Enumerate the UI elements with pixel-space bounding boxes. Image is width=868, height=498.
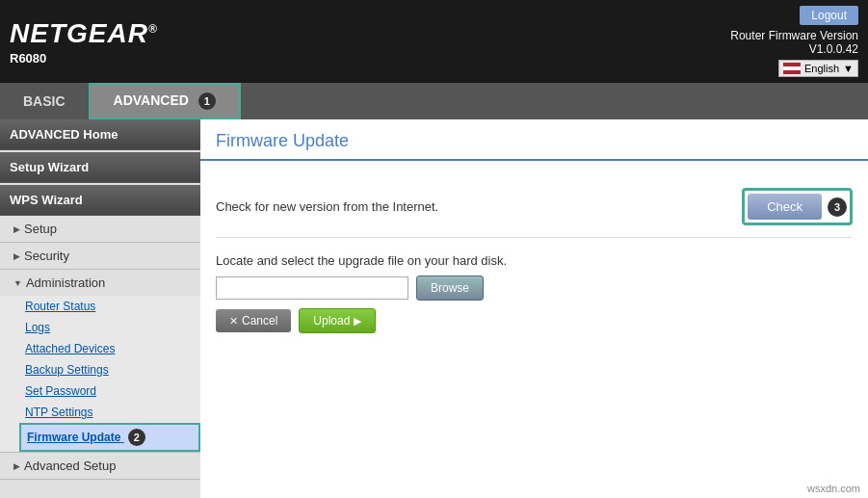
check-button[interactable]: Check xyxy=(748,194,822,220)
sidebar: ADVANCED Home Setup Wizard WPS Wizard ▶ … xyxy=(0,119,200,498)
sidebar-link-set-password[interactable]: Set Password xyxy=(19,380,200,402)
tab-basic[interactable]: BASIC xyxy=(0,83,89,119)
sidebar-wps-wizard[interactable]: WPS Wizard xyxy=(0,185,200,216)
content-header: Firmware Update xyxy=(200,119,868,161)
netgear-logo: NETGEAR® xyxy=(10,18,158,49)
sidebar-section-advanced-setup: ▶ Advanced Setup xyxy=(0,453,200,480)
action-row: ✕ Cancel Upload ▶ xyxy=(216,308,853,333)
circle-label-1: 1 xyxy=(198,92,216,110)
header: NETGEAR® R6080 Logout Router Firmware Ve… xyxy=(0,0,868,83)
sidebar-item-advanced-setup[interactable]: ▶ Advanced Setup xyxy=(0,453,200,479)
upload-label: Locate and select the upgrade file on yo… xyxy=(216,253,853,268)
sidebar-link-firmware-update[interactable]: Firmware Update 2 xyxy=(19,423,200,452)
sidebar-setup-wizard[interactable]: Setup Wizard xyxy=(0,152,200,183)
sidebar-administration-label: Administration xyxy=(26,275,105,290)
check-section: Check for new version from the Internet.… xyxy=(216,176,853,238)
sidebar-item-security[interactable]: ▶ Security xyxy=(0,243,200,269)
upload-button[interactable]: Upload ▶ xyxy=(299,308,376,333)
sidebar-link-ntp-settings[interactable]: NTP Settings xyxy=(19,402,200,423)
sidebar-item-setup[interactable]: ▶ Setup xyxy=(0,216,200,242)
sidebar-link-logs[interactable]: Logs xyxy=(19,317,200,338)
language-selector[interactable]: English ▼ xyxy=(778,60,858,77)
triangle-right-icon-security: ▶ xyxy=(13,251,20,261)
sidebar-advanced-home[interactable]: ADVANCED Home xyxy=(0,119,200,150)
sidebar-item-administration[interactable]: ▼ Administration xyxy=(0,270,200,296)
check-text: Check for new version from the Internet. xyxy=(216,199,438,214)
reg-symbol: ® xyxy=(148,21,158,35)
file-input[interactable] xyxy=(216,276,408,300)
firmware-version: Router Firmware Version V1.0.0.42 xyxy=(730,29,858,56)
browse-button[interactable]: Browse xyxy=(416,275,484,301)
sidebar-section-security: ▶ Security xyxy=(0,243,200,270)
triangle-down-icon-admin: ▼ xyxy=(13,278,22,288)
chevron-down-icon: ▼ xyxy=(843,63,854,74)
nav-tabs: BASIC ADVANCED 1 xyxy=(0,83,868,119)
header-right: Logout Router Firmware Version V1.0.0.42… xyxy=(730,6,858,77)
sidebar-security-label: Security xyxy=(24,249,69,263)
tab-advanced[interactable]: ADVANCED 1 xyxy=(89,83,241,119)
cancel-button[interactable]: ✕ Cancel xyxy=(216,309,291,332)
cancel-label: Cancel xyxy=(242,314,277,328)
triangle-right-icon-advanced: ▶ xyxy=(13,461,20,471)
upload-section: Locate and select the upgrade file on yo… xyxy=(216,238,853,349)
circle-label-2: 2 xyxy=(128,429,145,446)
watermark: wsxdn.com xyxy=(807,483,860,494)
sidebar-setup-label: Setup xyxy=(24,222,57,236)
content-area: Firmware Update Check for new version fr… xyxy=(200,119,868,498)
language-label: English xyxy=(804,63,839,74)
main-layout: ADVANCED Home Setup Wizard WPS Wizard ▶ … xyxy=(0,119,868,498)
upload-label-text: Upload xyxy=(313,314,350,328)
sidebar-section-administration: ▼ Administration Router Status Logs Atta… xyxy=(0,270,200,453)
sidebar-link-router-status[interactable]: Router Status xyxy=(19,296,200,317)
sidebar-advanced-setup-label: Advanced Setup xyxy=(24,459,116,473)
page-title: Firmware Update xyxy=(216,131,349,150)
upload-row: Browse xyxy=(216,275,853,301)
logo-text: NETGEAR xyxy=(10,18,148,48)
model-text: R6080 xyxy=(10,51,158,66)
x-icon: ✕ xyxy=(229,315,238,328)
sidebar-section-setup: ▶ Setup xyxy=(0,216,200,243)
logo-area: NETGEAR® R6080 xyxy=(10,18,158,66)
arrow-right-icon: ▶ xyxy=(354,315,361,328)
check-button-wrapper: Check 3 xyxy=(742,188,853,225)
circle-label-3: 3 xyxy=(828,197,847,217)
sidebar-link-attached-devices[interactable]: Attached Devices xyxy=(19,338,200,359)
flag-icon xyxy=(783,63,801,74)
tab-advanced-label: ADVANCED xyxy=(114,92,189,108)
sidebar-link-backup-settings[interactable]: Backup Settings xyxy=(19,359,200,380)
firmware-version-label: Router Firmware Version xyxy=(730,29,858,42)
content-body: Check for new version from the Internet.… xyxy=(200,161,868,364)
firmware-version-value: V1.0.0.42 xyxy=(809,42,858,56)
triangle-right-icon: ▶ xyxy=(13,224,20,234)
logout-button[interactable]: Logout xyxy=(800,6,858,25)
sidebar-sub-administration: Router Status Logs Attached Devices Back… xyxy=(0,296,200,452)
